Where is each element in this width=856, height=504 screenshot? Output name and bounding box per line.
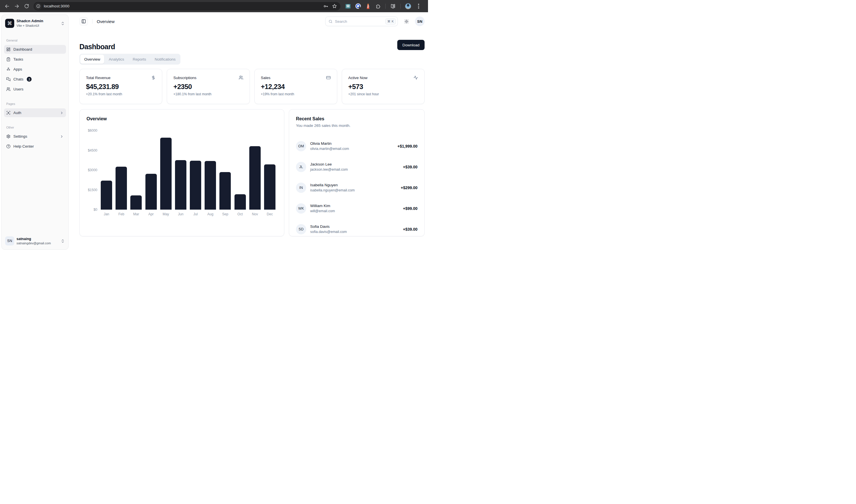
- chart-y-axis: $0$1500$3000$4500$6000: [87, 130, 99, 210]
- bar-sep[interactable]: [220, 172, 231, 210]
- sidebar-item-apps[interactable]: Apps: [4, 65, 66, 74]
- bar-feb[interactable]: [116, 167, 127, 210]
- header-divider: [92, 19, 92, 24]
- sale-amount: +$39.00: [403, 165, 418, 169]
- sale-email: jackson.lee@email.com: [310, 167, 348, 172]
- team-subtitle: Vite + ShadcnUI: [17, 24, 43, 28]
- bar-oct[interactable]: [234, 194, 246, 210]
- password-manager-extension-icon[interactable]: [354, 3, 362, 10]
- bar-jun[interactable]: [175, 160, 187, 210]
- chart-title: Overview: [87, 116, 277, 122]
- site-info-icon[interactable]: [35, 3, 41, 10]
- theme-toggle-button[interactable]: [402, 17, 410, 25]
- sidebar-item-label: Tasks: [13, 57, 23, 61]
- search-placeholder: Search: [335, 19, 347, 24]
- credit-card-icon: [326, 75, 331, 80]
- x-tick-label: Jul: [188, 212, 203, 216]
- recent-sales-subtitle: You made 265 sales this month.: [296, 123, 418, 128]
- breadcrumb: Overview: [97, 19, 115, 24]
- browser-profile-button[interactable]: [404, 3, 412, 10]
- sale-name: Olivia Martin: [310, 141, 349, 146]
- stat-note: +201 since last hour: [348, 92, 418, 96]
- bar-dec[interactable]: [264, 164, 276, 210]
- sidebar-item-users[interactable]: Users: [4, 85, 66, 94]
- sidebar-item-help-center[interactable]: Help Center: [4, 142, 66, 151]
- scan-lock-icon: [6, 111, 11, 115]
- sidebar-item-label: Auth: [13, 111, 21, 115]
- search-shortcut-kbd: ⌘ K: [385, 18, 396, 24]
- team-switcher[interactable]: ⌘ Shadcn Admin Vite + ShadcnUI: [4, 17, 66, 30]
- tab-overview[interactable]: Overview: [80, 55, 104, 64]
- bar-may[interactable]: [160, 138, 172, 210]
- search-icon: [328, 19, 333, 24]
- sidebar-item-auth[interactable]: Auth: [4, 108, 66, 117]
- sidebar-toggle-button[interactable]: [80, 17, 88, 25]
- dollar-sign-icon: [151, 75, 156, 80]
- x-tick-label: Jan: [99, 212, 114, 216]
- url-text[interactable]: localhost:3000: [44, 4, 69, 8]
- stat-card-sales: Sales +12,234 +19% from last month: [255, 69, 337, 104]
- y-tick-label: $0: [94, 208, 97, 212]
- lighthouse-extension-icon[interactable]: [364, 3, 372, 10]
- chevron-right-icon: [60, 111, 64, 115]
- teal-extension-icon[interactable]: [344, 3, 352, 10]
- search-input[interactable]: Search ⌘ K: [325, 17, 398, 26]
- sale-row[interactable]: JL Jackson Lee jackson.lee@email.com +$3…: [296, 162, 418, 172]
- sidebar-item-tasks[interactable]: Tasks: [4, 55, 66, 64]
- sale-row[interactable]: IN Isabella Nguyen isabella.nguyen@email…: [296, 183, 418, 193]
- extensions-row: [344, 3, 423, 10]
- sale-avatar: WK: [296, 203, 306, 214]
- back-button[interactable]: [2, 1, 12, 11]
- recent-sales-title: Recent Sales: [296, 116, 418, 122]
- reload-button[interactable]: [22, 1, 31, 11]
- user-email: satnaingdev@gmail.com: [17, 241, 51, 245]
- sidebar-user-menu[interactable]: SN satnaing satnaingdev@gmail.com: [4, 235, 66, 247]
- bar-apr[interactable]: [145, 174, 157, 210]
- dashboard-tabs: Overview Analytics Reports Notifications: [80, 54, 180, 65]
- address-bar[interactable]: localhost:3000: [34, 2, 340, 11]
- bar-nov[interactable]: [249, 146, 261, 210]
- sidebar-item-settings[interactable]: Settings: [4, 132, 66, 141]
- browser-menu-button[interactable]: [414, 3, 423, 10]
- sidebar-item-chats[interactable]: Chats 3: [4, 75, 66, 84]
- sale-amount: +$299.00: [401, 185, 418, 190]
- stat-value: +12,234: [261, 83, 331, 91]
- forward-button[interactable]: [12, 1, 22, 11]
- sidebar: ⌘ Shadcn Admin Vite + ShadcnUI General D…: [1, 15, 69, 250]
- browser-toolbar: localhost:3000: [0, 0, 428, 12]
- sale-avatar: JL: [296, 162, 306, 172]
- bar-mar[interactable]: [130, 195, 142, 210]
- bar-aug[interactable]: [205, 161, 216, 210]
- user-avatar: SN: [5, 236, 14, 246]
- tab-notifications[interactable]: Notifications: [151, 55, 180, 64]
- tab-reports[interactable]: Reports: [129, 55, 150, 64]
- bookmark-star-icon[interactable]: [330, 2, 339, 10]
- sale-amount: +$1,999.00: [398, 144, 418, 148]
- tab-analytics[interactable]: Analytics: [105, 55, 128, 64]
- extensions-puzzle-icon[interactable]: [374, 3, 382, 10]
- sale-name: William Kim: [310, 203, 335, 209]
- password-key-icon[interactable]: [321, 2, 330, 10]
- sale-email: isabella.nguyen@email.com: [310, 188, 355, 193]
- bar-plot: [99, 130, 277, 210]
- bar-jul[interactable]: [190, 161, 201, 210]
- app-window: ⌘ Shadcn Admin Vite + ShadcnUI General D…: [0, 12, 428, 252]
- bar-jan[interactable]: [101, 181, 112, 210]
- download-button[interactable]: Download: [397, 40, 424, 50]
- sidebar-item-dashboard[interactable]: Dashboard: [4, 45, 66, 54]
- stat-note: +180.1% from last month: [173, 92, 243, 96]
- stat-value: $45,231.89: [86, 83, 156, 91]
- stat-note: +20.1% from last month: [86, 92, 156, 96]
- top-header: Overview Search ⌘ K SN: [80, 12, 424, 31]
- sale-row[interactable]: OM Olivia Martin olivia.martin@email.com…: [296, 141, 418, 151]
- sale-row[interactable]: WK William Kim will@email.com +$99.00: [296, 203, 418, 214]
- boxes-icon: [6, 67, 11, 71]
- sidebar-item-label: Dashboard: [13, 47, 32, 52]
- sale-row[interactable]: SD Sofia Davis sofia.davis@email.com +$3…: [296, 224, 418, 234]
- reading-list-book-icon[interactable]: [389, 3, 397, 10]
- sale-name: Sofia Davis: [310, 224, 347, 229]
- profile-avatar[interactable]: SN: [415, 17, 424, 26]
- gear-icon: [6, 134, 11, 139]
- sale-avatar: OM: [296, 141, 306, 151]
- x-tick-label: May: [158, 212, 173, 216]
